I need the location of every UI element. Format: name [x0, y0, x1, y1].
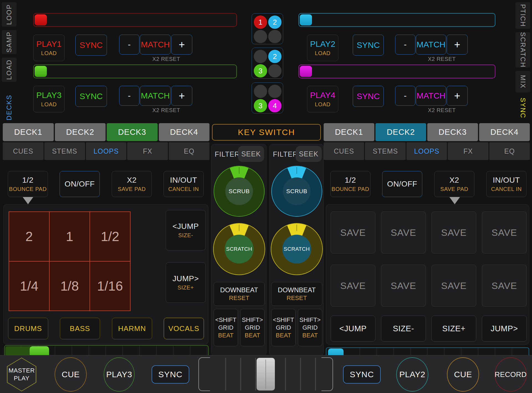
save-slot-button[interactable]: SAVE — [381, 211, 426, 254]
sync-button-left[interactable]: SYNC — [152, 365, 189, 384]
cue-button-right[interactable]: CUE — [447, 357, 479, 392]
tab-deck4-right[interactable]: DECK4 — [479, 123, 530, 141]
deck1-match-button[interactable]: MATCH — [140, 35, 171, 55]
stem-harmn-button[interactable]: HARMN — [112, 318, 152, 339]
indicator-off[interactable] — [268, 30, 282, 43]
rail-tab-mix[interactable]: MIX — [515, 71, 530, 92]
jump-fwd-button-right[interactable]: JUMP> — [482, 316, 527, 342]
tab-fx-right[interactable]: FX — [448, 142, 488, 160]
indicator-off[interactable] — [268, 85, 282, 98]
loop-pad-1-4[interactable]: 1/4 — [9, 261, 49, 311]
deck3-match-minus-button[interactable]: - — [119, 86, 139, 106]
filter-label-left[interactable]: FILTER — [215, 150, 240, 158]
tab-deck2-left[interactable]: DECK2 — [55, 123, 106, 141]
rail-tab-decks[interactable]: DECKS — [2, 94, 17, 121]
downbeat-reset-button-left[interactable]: DOWNBEAT RESET — [214, 282, 265, 306]
shift-grid-fwd-button-left[interactable]: SHIFT> GRID BEAT — [240, 309, 265, 346]
indicator-deck1-on[interactable]: 1 — [254, 15, 267, 29]
rail-tab-load[interactable]: LOAD — [2, 58, 17, 82]
tab-deck4-left[interactable]: DECK4 — [159, 123, 210, 141]
stem-bass-button[interactable]: BASS — [60, 318, 100, 339]
record-button[interactable]: RECORD — [495, 357, 527, 392]
save-slot-button[interactable]: SAVE — [331, 265, 375, 307]
tab-eq-right[interactable]: EQ — [489, 142, 530, 160]
shift-grid-back-button-right[interactable]: <SHIFT GRID BEAT — [271, 309, 296, 346]
indicator-deck3-on[interactable]: 3 — [254, 64, 267, 77]
size-plus-button-right[interactable]: SIZE+ — [431, 316, 476, 342]
scratch-knob-right[interactable]: SCRATCH — [271, 223, 323, 275]
indicator-off[interactable] — [254, 30, 267, 43]
indicator-deck2-on[interactable]: 2 — [268, 50, 282, 63]
tab-deck1-right[interactable]: DECK1 — [324, 123, 374, 141]
loop-pad-1-8[interactable]: 1/8 — [49, 261, 90, 311]
tab-loops-left-active[interactable]: LOOPS — [86, 142, 127, 160]
tab-cues-right[interactable]: CUES — [324, 142, 364, 160]
deck1-play-load-button[interactable]: PLAY1 LOAD — [33, 35, 65, 61]
jump-back-size-button[interactable]: <JUMP SIZE- — [166, 210, 206, 250]
seek-toggle-left[interactable]: SEEK — [238, 146, 264, 162]
loop-pad-1-16[interactable]: 1/16 — [90, 261, 130, 311]
rail-tab-loop[interactable]: LOOP — [2, 2, 17, 27]
tab-deck1-left[interactable]: DECK1 — [3, 123, 54, 141]
tab-deck3-left-active[interactable]: DECK3 — [107, 123, 158, 141]
deck3-match-button[interactable]: MATCH — [140, 86, 171, 106]
bounce-pad-button-left[interactable]: 1/2 BOUNCE PAD — [8, 171, 48, 197]
deck2-match-button[interactable]: MATCH — [416, 35, 446, 55]
tab-stems-right[interactable]: STEMS — [365, 142, 405, 160]
sync-button-right[interactable]: SYNC — [343, 365, 381, 384]
deck3-match-plus-button[interactable]: + — [171, 86, 192, 106]
deck1-sync-button[interactable]: SYNC — [75, 35, 107, 56]
seek-toggle-right[interactable]: SEEK — [296, 146, 322, 162]
deck2-play-load-button[interactable]: PLAY2 LOAD — [307, 35, 338, 61]
rail-tab-sync[interactable]: SYNC — [515, 97, 530, 118]
loop-on-off-button-left[interactable]: ON/OFF — [60, 171, 100, 197]
scrub-knob-right[interactable]: SCRUB — [271, 166, 322, 217]
deck2-tempo-slider-handle[interactable] — [300, 14, 312, 25]
deck3-tempo-slider[interactable] — [33, 64, 237, 78]
save-slot-button[interactable]: SAVE — [482, 265, 527, 307]
rail-tab-scratch[interactable]: SCRATCH — [515, 32, 530, 68]
tab-loops-right-active[interactable]: LOOPS — [406, 142, 447, 160]
crossfader-handle[interactable] — [257, 358, 275, 391]
deck4-match-plus-button[interactable]: + — [447, 86, 468, 106]
deck2-tempo-slider[interactable] — [298, 13, 495, 27]
deck1-match-plus-button[interactable]: + — [171, 35, 192, 55]
deck4-tempo-slider-handle[interactable] — [300, 66, 312, 77]
deck3-sync-button[interactable]: SYNC — [75, 86, 107, 107]
indicator-deck2-on[interactable]: 2 — [268, 15, 282, 29]
save-slot-button[interactable]: SAVE — [331, 211, 375, 254]
crossfader[interactable] — [198, 357, 333, 391]
jump-fwd-size-button[interactable]: JUMP> SIZE+ — [166, 262, 206, 303]
save-slot-button[interactable]: SAVE — [482, 211, 527, 254]
save-pad-button-right[interactable]: X2 SAVE PAD — [434, 171, 474, 197]
in-out-button-left[interactable]: IN/OUT CANCEL IN — [163, 171, 204, 197]
rail-tab-samp[interactable]: SAMP — [2, 30, 17, 54]
tab-deck2-right-active[interactable]: DECK2 — [375, 123, 426, 141]
loop-on-off-button-right[interactable]: ON/OFF — [382, 171, 422, 197]
save-pad-button-left[interactable]: X2 SAVE PAD — [112, 171, 152, 197]
scrub-knob-left[interactable]: SCRUB — [214, 166, 265, 217]
deck4-play-load-button[interactable]: PLAY4 LOAD — [307, 86, 338, 112]
deck4-sync-button[interactable]: SYNC — [353, 86, 384, 107]
rail-tab-pitch[interactable]: PTICH — [515, 2, 530, 29]
deck3-play-load-button[interactable]: PLAY3 LOAD — [33, 86, 65, 112]
key-switch-button[interactable]: KEY SWITCH — [212, 124, 321, 141]
in-out-button-right[interactable]: IN/OUT CANCEL IN — [486, 171, 526, 197]
save-slot-button[interactable]: SAVE — [381, 265, 426, 307]
play3-button[interactable]: PLAY3 — [104, 357, 135, 392]
indicator-off[interactable] — [254, 50, 267, 63]
deck2-match-minus-button[interactable]: - — [395, 35, 415, 55]
deck3-tempo-slider-handle[interactable] — [35, 66, 47, 77]
tab-fx-left[interactable]: FX — [127, 142, 168, 160]
deck4-match-button[interactable]: MATCH — [416, 86, 446, 106]
shift-grid-fwd-button-right[interactable]: SHIFT> GRID BEAT — [298, 309, 322, 346]
scratch-knob-left[interactable]: SCRATCH — [213, 223, 265, 275]
stem-vocals-button[interactable]: VOCALS — [164, 318, 204, 339]
deck1-tempo-slider-handle[interactable] — [35, 14, 47, 25]
deck1-tempo-slider[interactable] — [33, 13, 237, 27]
save-slot-button[interactable]: SAVE — [431, 211, 476, 254]
loop-pad-1-2[interactable]: 1/2 — [90, 212, 130, 261]
downbeat-reset-button-right[interactable]: DOWNBEAT RESET — [271, 282, 322, 306]
deck1-match-minus-button[interactable]: - — [119, 35, 139, 55]
deck2-match-plus-button[interactable]: + — [447, 35, 468, 55]
